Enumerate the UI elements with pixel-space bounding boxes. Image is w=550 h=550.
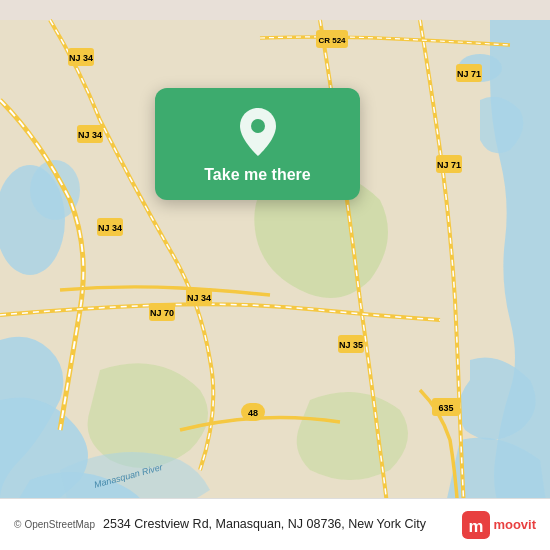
map-svg: NJ 34 CR 524 NJ 71 NJ 34 NJ 35 NJ 71 NJ … <box>0 0 550 550</box>
address-text: 2534 Crestview Rd, Manasquan, NJ 08736, … <box>103 516 454 534</box>
pin-icon-wrap <box>232 106 284 158</box>
svg-text:635: 635 <box>438 403 453 413</box>
location-pin-icon <box>236 106 280 158</box>
svg-text:NJ 34: NJ 34 <box>98 223 122 233</box>
svg-text:NJ 70: NJ 70 <box>150 308 174 318</box>
svg-text:m: m <box>469 516 484 535</box>
svg-text:NJ 35: NJ 35 <box>339 340 363 350</box>
osm-label: OpenStreetMap <box>24 519 95 530</box>
pin-card[interactable]: Take me there <box>155 88 360 200</box>
bottom-bar: © OpenStreetMap 2534 Crestview Rd, Manas… <box>0 498 550 550</box>
svg-text:NJ 34: NJ 34 <box>78 130 102 140</box>
svg-text:NJ 71: NJ 71 <box>457 69 481 79</box>
svg-text:48: 48 <box>248 408 258 418</box>
map-container: NJ 34 CR 524 NJ 71 NJ 34 NJ 35 NJ 71 NJ … <box>0 0 550 550</box>
osm-credit: © OpenStreetMap <box>14 519 95 530</box>
svg-text:NJ 71: NJ 71 <box>437 160 461 170</box>
moovit-text: moovit <box>493 517 536 532</box>
moovit-brand-icon: m <box>462 511 490 539</box>
svg-text:CR 524: CR 524 <box>318 36 346 45</box>
moovit-logo: m moovit <box>462 511 536 539</box>
svg-point-29 <box>251 119 265 133</box>
svg-text:NJ 34: NJ 34 <box>187 293 211 303</box>
svg-text:NJ 34: NJ 34 <box>69 53 93 63</box>
osm-circle-icon: © <box>14 519 21 530</box>
take-me-there-label: Take me there <box>204 166 310 184</box>
